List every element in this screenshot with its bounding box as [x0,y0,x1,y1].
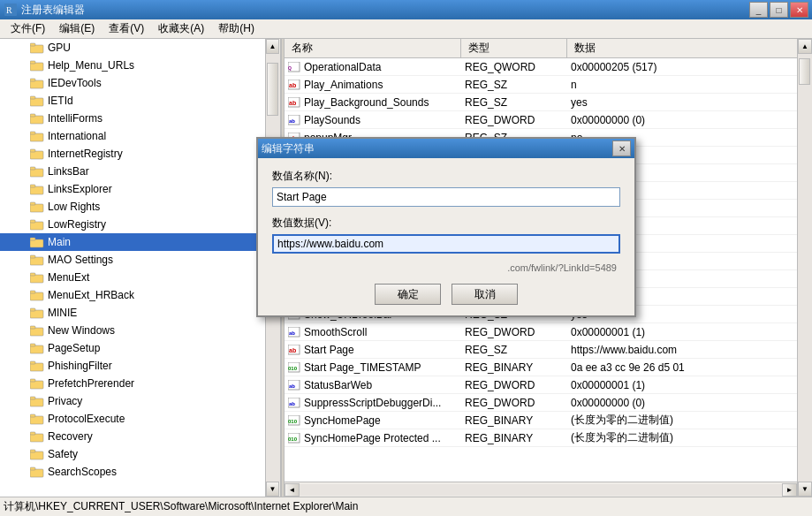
table-row[interactable]: ab StatusBarWeb REG_DWORD 0x00000001 (1) [285,376,812,394]
table-row[interactable]: ab Play_Animations REG_SZ n [285,76,812,94]
tree-item[interactable]: Safety [0,445,280,463]
field-data-input[interactable] [272,234,620,254]
expand-icon [18,360,28,371]
tree-item[interactable]: Main [0,233,280,251]
reg-data: n [567,79,812,91]
svg-text:010: 010 [288,436,298,442]
col-header-data[interactable]: 数据 [567,39,812,57]
hscroll-left-btn[interactable]: ◄ [285,483,300,497]
svg-rect-36 [30,345,43,353]
menu-view[interactable]: 查看(V) [102,19,151,38]
tree-scroll[interactable]: GPU Help_Menu_URLs IEDevTools IETId [0,39,280,497]
scroll-up-btn[interactable]: ▲ [266,39,279,54]
svg-rect-9 [30,96,35,99]
tree-item[interactable]: Low Rights [0,198,280,216]
rscroll-track[interactable] [798,54,812,482]
tree-item[interactable]: LinksBar [0,163,280,180]
expand-icon [18,307,28,318]
title-bar: R 注册表编辑器 _ □ ✕ [0,0,812,19]
tree-item[interactable]: MAO Settings [0,251,280,269]
tree-item[interactable]: LowRegistry [0,216,280,233]
table-row[interactable]: ab SmoothScroll REG_DWORD 0x00000001 (1) [285,323,812,341]
expand-icon [18,184,28,194]
tree-item-label: Recovery [48,430,93,443]
tree-item-label: LinksBar [48,165,89,178]
tree-item[interactable]: MenuExt [0,269,280,286]
scroll-down-btn[interactable]: ▼ [266,482,279,497]
rscroll-up-btn[interactable]: ▲ [798,39,812,54]
scroll-thumb[interactable] [267,63,278,116]
svg-rect-46 [30,434,43,442]
dialog-title-bar[interactable]: 编辑字符串 ✕ [258,139,634,158]
reg-name: ab Play_Animations [285,79,461,91]
hscroll-track[interactable] [300,484,782,496]
tree-item[interactable]: ProtocolExecute [0,410,280,428]
expand-icon [18,237,28,247]
tree-item[interactable]: PageSetup [0,339,280,357]
confirm-btn[interactable]: 确定 [375,284,441,305]
tree-item[interactable]: GPU [0,39,280,57]
svg-rect-29 [30,273,35,276]
menu-help[interactable]: 帮助(H) [211,19,262,38]
svg-rect-27 [30,255,35,258]
menu-file[interactable]: 文件(F) [4,19,52,38]
reg-data: 0x00000000 (0) [567,114,812,126]
tree-item[interactable]: New Windows [0,322,280,339]
svg-text:ab: ab [289,82,296,88]
table-row[interactable]: ab Start Page REG_SZ https://www.baidu.c… [285,341,812,359]
col-header-type[interactable]: 类型 [461,39,567,57]
rscroll-thumb[interactable] [799,58,810,85]
table-row[interactable]: ab PlaySounds REG_DWORD 0x00000000 (0) [285,111,812,129]
tree-item[interactable]: MINIE [0,304,280,322]
reg-data: yes [567,96,812,109]
tree-item[interactable]: IntelliForms [0,110,280,127]
menu-edit[interactable]: 编辑(E) [52,19,102,38]
svg-rect-28 [30,275,43,283]
rscroll-down-btn[interactable]: ▼ [798,482,812,497]
col-header-name[interactable]: 名称 [285,39,461,57]
tree-item[interactable]: PrefetchPrerender [0,375,280,392]
field-name-input[interactable] [272,187,620,207]
close-button[interactable]: ✕ [790,2,808,18]
svg-text:R: R [6,5,12,15]
cancel-btn[interactable]: 取消 [452,284,518,305]
table-row[interactable]: 010 Start Page_TIMESTAMP REG_BINARY 0a e… [285,359,812,376]
minimize-button[interactable]: _ [749,2,768,18]
tree-item[interactable]: LinksExplorer [0,180,280,198]
tree-item[interactable]: IEDevTools [0,74,280,92]
tree-item[interactable]: International [0,127,280,145]
reg-type: REG_DWORD [461,379,567,391]
table-row[interactable]: Q OperationalData REG_QWORD 0x00000205 (… [285,58,812,76]
maximize-button[interactable]: □ [770,2,788,18]
expand-icon [18,42,28,53]
tree-item[interactable]: MenuExt_HRBack [0,286,280,304]
tree-item-label: ProtocolExecute [48,413,125,425]
h-scrollbar[interactable]: ◄ ► [285,482,797,497]
svg-rect-12 [30,133,43,141]
menu-favorites[interactable]: 收藏夹(A) [151,19,211,38]
reg-type: REG_DWORD [461,326,567,338]
svg-rect-13 [30,132,35,134]
table-row[interactable]: ab Play_Background_Sounds REG_SZ yes [285,94,812,111]
table-row[interactable]: 010 SyncHomePage REG_BINARY (长度为零的二进制值) [285,412,812,429]
reg-name: ab SmoothScroll [285,326,461,338]
tree-item[interactable]: Help_Menu_URLs [0,57,280,74]
tree-item-label: Main [48,236,71,248]
tree-item-label: Safety [48,448,78,460]
svg-rect-47 [30,432,35,435]
tree-item-label: MenuExt_HRBack [48,289,134,301]
table-row[interactable]: 010 SyncHomePage Protected ... REG_BINAR… [285,429,812,447]
tree-item[interactable]: PhishingFilter [0,357,280,375]
tree-item[interactable]: SearchScopes [0,463,280,481]
tree-item[interactable]: Recovery [0,428,280,445]
table-row[interactable]: ab SuppressScriptDebuggerDi... REG_DWORD… [285,394,812,412]
hscroll-right-btn[interactable]: ► [782,483,797,497]
tree-item[interactable]: InternetRegistry [0,145,280,163]
edit-string-dialog: 编辑字符串 ✕ 数值名称(N): 数值数据(V): .com/fwlink/?L… [256,137,636,317]
tree-item[interactable]: IETId [0,92,280,110]
tree-item[interactable]: Privacy [0,392,280,410]
dialog-close-btn[interactable]: ✕ [612,140,631,156]
reg-type: REG_DWORD [461,114,567,126]
right-scrollbar[interactable]: ▲ ▼ [797,39,812,497]
svg-rect-39 [30,361,35,364]
